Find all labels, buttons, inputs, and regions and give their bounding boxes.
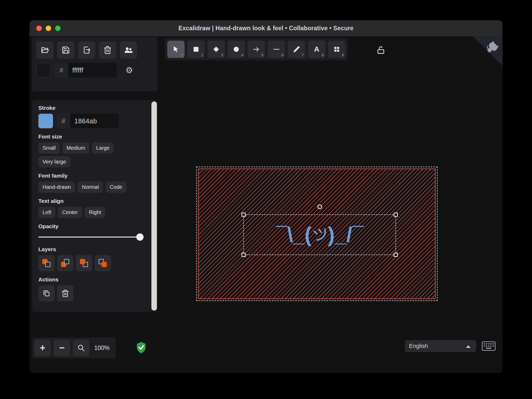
save-icon (62, 46, 70, 54)
close-button[interactable] (36, 26, 42, 31)
send-to-back-icon (42, 258, 51, 268)
line-icon (273, 46, 280, 53)
keyboard-shortcuts-button[interactable] (482, 341, 496, 352)
tool-diamond[interactable]: 3 (208, 41, 225, 58)
bring-to-front-button[interactable] (95, 255, 111, 271)
titlebar: Excalidraw | Hand-drawn look & feel • Co… (29, 20, 503, 37)
tool-text[interactable]: A 8 (308, 41, 325, 58)
font-family-options: Hand-drawn Normal Code (38, 182, 144, 193)
text-selection-box: ¯\_( )_/¯ (243, 214, 396, 255)
text-align-left[interactable]: Left (38, 207, 55, 218)
font-size-small[interactable]: Small (38, 142, 60, 154)
text-align-right[interactable]: Right (85, 207, 105, 218)
opacity-label: Opacity (38, 223, 144, 229)
hash-label: # (57, 114, 70, 128)
font-family-code[interactable]: Code (105, 182, 126, 193)
diamond-icon (212, 46, 220, 53)
opacity-thumb[interactable] (136, 233, 144, 241)
zoom-in-button[interactable]: + (34, 340, 51, 356)
font-family-hand-drawn[interactable]: Hand-drawn (38, 182, 75, 193)
font-family-normal[interactable]: Normal (78, 182, 103, 193)
canvas-background-input[interactable] (68, 63, 117, 77)
tool-ellipse[interactable]: 4 (228, 41, 245, 58)
stroke-color-input[interactable] (70, 114, 119, 128)
actions-buttons (38, 285, 144, 301)
rectangle-icon (192, 46, 200, 53)
shape-toolbar: 1 2 3 4 5 6 7 A 8 (165, 38, 348, 60)
rotation-handle[interactable] (317, 204, 322, 209)
export-button[interactable] (78, 41, 95, 59)
tool-rectangle[interactable]: 2 (187, 41, 205, 58)
ellipse-icon (233, 46, 240, 53)
tool-selection[interactable]: 1 (167, 41, 185, 58)
file-toolbar: # ⚙ (32, 37, 158, 92)
send-backward-button[interactable] (57, 255, 73, 271)
stroke-color-field: # (57, 114, 119, 128)
unlock-icon (376, 46, 385, 55)
actions-label: Actions (38, 276, 144, 283)
tool-arrow[interactable]: 5 (248, 41, 265, 58)
selection-handle-ne[interactable] (394, 213, 398, 217)
encryption-shield-icon[interactable] (136, 341, 146, 354)
duplicate-button[interactable] (38, 285, 55, 301)
arrow-icon (253, 46, 260, 53)
folder-open-icon (41, 46, 49, 54)
canvas-background-swatch[interactable] (36, 63, 51, 77)
send-to-back-button[interactable] (38, 255, 55, 271)
pencil-icon (293, 46, 300, 53)
zoom-toolbar: + − 100% (32, 337, 116, 358)
reset-zoom-button[interactable] (73, 340, 90, 356)
settings-button[interactable]: ⚙ (123, 64, 135, 76)
lock-button[interactable] (374, 43, 388, 57)
selection-handle-se[interactable] (394, 253, 398, 257)
tool-draw[interactable]: 7 (288, 41, 305, 58)
shrug-suffix: )_/¯ (328, 223, 364, 247)
send-backward-icon (61, 258, 70, 268)
duplicate-icon (43, 289, 50, 297)
language-select[interactable]: English (405, 340, 476, 352)
save-button[interactable] (57, 41, 74, 59)
panel-scrollbar[interactable] (151, 101, 157, 311)
clear-canvas-button[interactable] (99, 41, 116, 59)
selection-handle-nw[interactable] (241, 213, 246, 217)
window-controls (36, 20, 61, 36)
trash-icon (103, 46, 112, 54)
text-align-options: Left Center Right (38, 207, 144, 218)
opacity-slider[interactable] (38, 233, 144, 241)
text-align-label: Text align (38, 198, 144, 204)
font-size-medium[interactable]: Medium (62, 142, 89, 154)
users-icon (124, 46, 133, 54)
text-tool-icon: A (314, 45, 319, 53)
excalidraw-window: Excalidraw | Hand-drawn look & feel • Co… (29, 20, 503, 373)
keyboard-icon (482, 341, 496, 352)
github-corner-icon[interactable] (473, 37, 503, 66)
trash-icon (61, 289, 69, 297)
font-family-label: Font family (38, 173, 144, 179)
font-size-large[interactable]: Large (92, 142, 114, 154)
magnifier-icon (77, 344, 85, 352)
font-size-very-large[interactable]: Very large (38, 156, 70, 167)
text-align-center[interactable]: Center (58, 207, 82, 218)
canvas-text[interactable]: ¯\_( )_/¯ (276, 223, 364, 247)
bring-to-front-icon (98, 258, 108, 268)
maximize-button[interactable] (55, 26, 61, 31)
shrug-prefix: ¯\_( (276, 223, 312, 247)
layers-buttons (38, 255, 144, 271)
minus-icon: − (59, 343, 64, 353)
collaboration-button[interactable] (120, 41, 137, 59)
delete-button[interactable] (57, 285, 73, 301)
gear-icon: ⚙ (126, 65, 133, 75)
zoom-level: 100% (94, 344, 110, 352)
bring-forward-button[interactable] (76, 255, 92, 271)
layers-label: Layers (38, 246, 144, 252)
zoom-out-button[interactable]: − (54, 340, 70, 356)
bring-forward-icon (79, 258, 89, 268)
properties-panel: Stroke # Font size Small Medium Large Ve… (32, 100, 158, 312)
minimize-button[interactable] (46, 26, 51, 31)
tool-library[interactable]: 9 (328, 41, 345, 58)
open-button[interactable] (36, 41, 54, 59)
tool-line[interactable]: 6 (268, 41, 285, 58)
stroke-color-swatch[interactable] (38, 114, 53, 128)
selection-handle-sw[interactable] (241, 253, 246, 257)
opacity-track (38, 237, 144, 238)
